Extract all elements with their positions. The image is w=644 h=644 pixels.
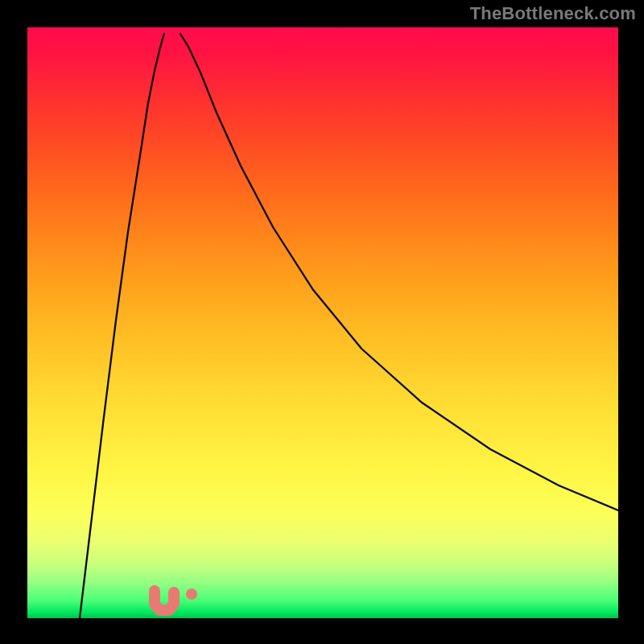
marker-dot-icon <box>186 588 197 600</box>
minimum-marker-icon <box>155 591 174 610</box>
right-curve <box>180 34 618 510</box>
chart-frame: TheBottleneck.com <box>0 0 644 644</box>
chart-svg <box>27 27 618 618</box>
plot-area <box>27 27 618 618</box>
left-curve <box>80 34 164 618</box>
watermark-text: TheBottleneck.com <box>470 3 636 24</box>
